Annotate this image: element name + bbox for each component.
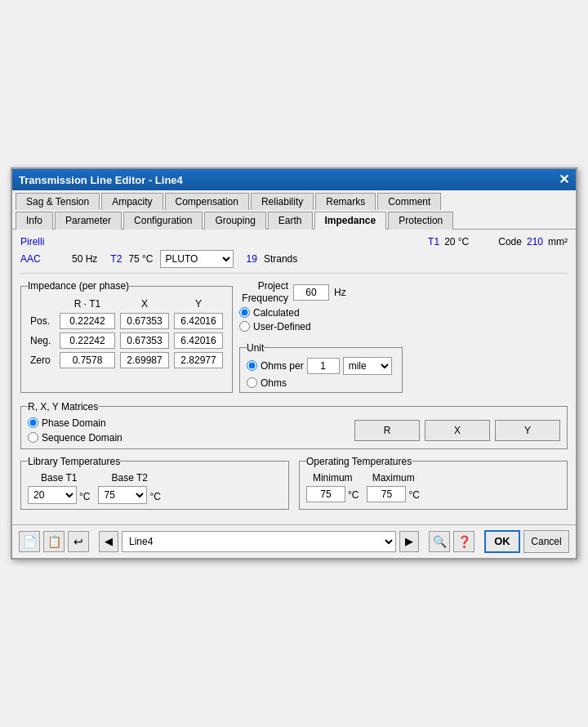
- ohms-radio-input[interactable]: [247, 377, 257, 388]
- project-frequency-section: ProjectFrequency Hz Calculated User-Defi…: [239, 280, 403, 337]
- calculated-radio[interactable]: Calculated: [239, 307, 403, 319]
- title-bar: Transmission Line Editor - Line4 ✕: [12, 169, 576, 190]
- nav-prev-button[interactable]: ◀: [99, 531, 118, 552]
- conductor-row-2: AAC 50 Hz T2 75 °C PLUTO 19 Strands: [20, 250, 568, 268]
- zero-x-input[interactable]: [120, 352, 169, 368]
- footer-bar: 📄 📋 ↩ ◀ Line4 ▶ 🔍 ❓ OK Cancel: [12, 524, 576, 558]
- ok-button[interactable]: OK: [484, 530, 520, 553]
- impedance-fieldset: Impedance (per phase) R · T1 X Y Pos.: [20, 280, 233, 393]
- t2-label: T2: [110, 253, 122, 265]
- col-y-header: Y: [172, 297, 225, 311]
- strands-value: 19: [247, 253, 257, 265]
- calculated-radio-input[interactable]: [239, 307, 250, 318]
- unit-fieldset: Unit Ohms per mile km: [239, 342, 403, 393]
- line-select[interactable]: Line4: [122, 531, 396, 552]
- neg-x-input[interactable]: [120, 332, 169, 349]
- code-value: 210: [527, 236, 543, 248]
- sequence-domain-radio[interactable]: Sequence Domain: [28, 432, 122, 444]
- cancel-button[interactable]: Cancel: [523, 530, 569, 553]
- project-frequency-label: ProjectFrequency: [239, 280, 288, 304]
- freq-display: 50 Hz: [72, 253, 97, 265]
- window-title: Transmission Line Editor - Line4: [19, 174, 183, 186]
- tab-compensation[interactable]: Compensation: [165, 193, 249, 210]
- tab-info[interactable]: Info: [16, 212, 53, 230]
- zero-r-input[interactable]: [60, 352, 115, 368]
- matrix-x-button[interactable]: X: [425, 420, 490, 441]
- code-unit: mm²: [548, 236, 568, 248]
- impedance-table: R · T1 X Y Pos. Neg.: [28, 297, 225, 370]
- base-t2-col: Base T2 75 °C: [98, 472, 160, 504]
- base-t1-select[interactable]: 20: [28, 486, 77, 504]
- new-icon: 📄: [23, 535, 37, 548]
- row-neg-label: Neg.: [28, 331, 57, 350]
- zero-y-input[interactable]: [174, 352, 223, 368]
- sequence-domain-radio-input[interactable]: [28, 432, 38, 443]
- nav-next-button[interactable]: ▶: [399, 531, 419, 552]
- tab-parameter[interactable]: Parameter: [55, 212, 122, 230]
- info-button[interactable]: 🔍: [429, 531, 450, 552]
- tab-remarks[interactable]: Remarks: [315, 193, 376, 210]
- unit-select[interactable]: mile km: [343, 357, 392, 375]
- pos-r-input[interactable]: [60, 313, 115, 329]
- pos-x-input[interactable]: [120, 313, 169, 329]
- undo-button[interactable]: ↩: [68, 531, 89, 552]
- base-t2-select[interactable]: 75: [98, 486, 147, 504]
- ohms-per-radio-input[interactable]: [247, 360, 257, 371]
- close-button[interactable]: ✕: [559, 173, 569, 186]
- table-row: Pos.: [28, 311, 225, 331]
- matrices-legend: R, X, Y Matrices: [28, 401, 98, 413]
- table-row: Zero: [28, 350, 225, 370]
- tab-ampacity[interactable]: Ampacity: [101, 193, 163, 210]
- neg-y-input[interactable]: [174, 332, 223, 349]
- nav-next-icon: ▶: [405, 535, 413, 547]
- tab-reliability[interactable]: Reliability: [251, 193, 314, 210]
- bottom-panels: Library Temperatures Base T1 20 °C Base …: [20, 456, 568, 510]
- ohms-per-label: Ohms per: [261, 360, 304, 372]
- col-x-header: X: [118, 297, 172, 311]
- help-button[interactable]: ❓: [453, 531, 474, 552]
- phase-domain-radio-input[interactable]: [28, 417, 38, 428]
- user-defined-radio-input[interactable]: [239, 321, 250, 332]
- unit-row1: Ohms per mile km: [247, 357, 395, 375]
- tab-comment[interactable]: Comment: [377, 193, 441, 210]
- op-min-unit: °C: [348, 489, 359, 502]
- row-pos-label: Pos.: [28, 311, 57, 331]
- new-button[interactable]: 📄: [19, 531, 40, 552]
- neg-r-input[interactable]: [60, 332, 115, 349]
- user-defined-radio[interactable]: User-Defined: [239, 321, 403, 332]
- tab-earth[interactable]: Earth: [268, 212, 313, 230]
- conductor-info: Pirelli T1 20 °C Code 210 mm² AAC 50 Hz …: [20, 236, 568, 274]
- lib-t1-unit: °C: [79, 491, 90, 504]
- unit-value-input[interactable]: [307, 358, 340, 374]
- base-t2-label: Base T2: [98, 472, 160, 484]
- strands-label: Strands: [264, 253, 297, 265]
- matrices-buttons: R X Y: [354, 420, 560, 441]
- ohms-per-radio[interactable]: Ohms per: [247, 360, 304, 372]
- min-temp-input[interactable]: [306, 486, 345, 502]
- main-panels: Impedance (per phase) R · T1 X Y Pos.: [20, 280, 568, 393]
- right-panel: ProjectFrequency Hz Calculated User-Defi…: [239, 280, 403, 393]
- tab-grouping[interactable]: Grouping: [204, 212, 265, 230]
- tab-row-2: Info Parameter Configuration Grouping Ea…: [12, 209, 576, 229]
- matrix-r-button[interactable]: R: [354, 420, 420, 441]
- user-defined-label: User-Defined: [253, 321, 311, 332]
- min-temp-col: Minimum °C: [306, 472, 359, 502]
- freq-radio-group: Calculated User-Defined: [239, 307, 403, 332]
- project-frequency-input[interactable]: [293, 284, 329, 301]
- tab-protection[interactable]: Protection: [388, 212, 453, 230]
- phase-domain-radio[interactable]: Phase Domain: [28, 417, 122, 429]
- unit-legend: Unit: [247, 342, 264, 354]
- copy-button[interactable]: 📋: [43, 531, 65, 552]
- tab-impedance[interactable]: Impedance: [314, 212, 387, 230]
- pos-y-input[interactable]: [174, 313, 223, 329]
- main-content: Pirelli T1 20 °C Code 210 mm² AAC 50 Hz …: [12, 230, 576, 516]
- conductor-name-1: Pirelli: [20, 236, 65, 248]
- matrix-y-button[interactable]: Y: [495, 420, 560, 441]
- matrices-fieldset: R, X, Y Matrices Phase Domain Sequence D…: [20, 401, 568, 449]
- ohms-radio[interactable]: Ohms: [247, 377, 287, 389]
- tab-sag-tension[interactable]: Sag & Tension: [16, 193, 100, 210]
- tab-configuration[interactable]: Configuration: [123, 212, 203, 230]
- conductor-dropdown[interactable]: PLUTO: [160, 250, 234, 268]
- max-temp-input[interactable]: [367, 486, 406, 502]
- impedance-legend: Impedance (per phase): [28, 280, 129, 292]
